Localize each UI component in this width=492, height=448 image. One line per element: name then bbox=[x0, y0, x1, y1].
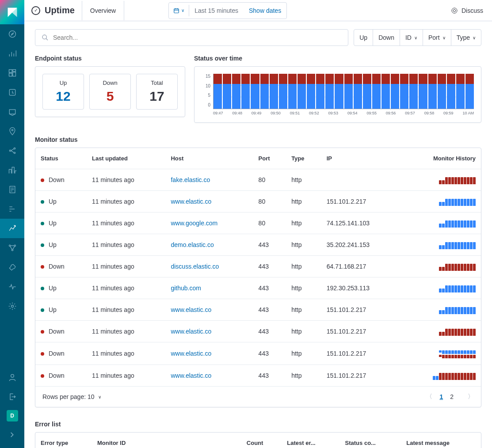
visualize-icon[interactable] bbox=[0, 44, 24, 63]
collapse-icon[interactable] bbox=[0, 425, 24, 444]
col-port[interactable]: Port bbox=[253, 148, 286, 169]
discuss-link[interactable]: Discuss bbox=[451, 7, 492, 14]
logs-icon[interactable] bbox=[0, 180, 24, 199]
host-link[interactable]: github.com bbox=[171, 285, 201, 292]
logout-icon[interactable] bbox=[0, 387, 24, 406]
space-avatar[interactable]: D bbox=[7, 410, 18, 421]
host-link[interactable]: www.elastic.co bbox=[171, 350, 211, 357]
user-icon[interactable] bbox=[0, 368, 24, 387]
svg-rect-3 bbox=[12, 72, 15, 76]
monitoring-icon[interactable] bbox=[0, 277, 24, 296]
stat-down: Down 5 bbox=[89, 74, 131, 110]
host-link[interactable]: www.google.com bbox=[171, 220, 217, 227]
filter-group: Up Down ID∨ Port∨ Type∨ bbox=[354, 29, 481, 46]
endpoint-status-panel: Up 12 Down 5 Total 17 bbox=[35, 66, 185, 117]
timelion-icon[interactable] bbox=[0, 83, 24, 102]
col-latest-error[interactable]: Latest er... bbox=[282, 433, 339, 448]
sidebar: D bbox=[0, 0, 24, 448]
col-count[interactable]: Count bbox=[241, 433, 282, 448]
table-row[interactable]: Up11 minutes agogithub.com443http192.30.… bbox=[35, 277, 481, 299]
page-next[interactable]: 〉 bbox=[468, 393, 474, 401]
table-row[interactable]: Down11 minutes agofake.elastic.co80http bbox=[35, 169, 481, 191]
filter-down[interactable]: Down bbox=[373, 30, 400, 46]
col-status[interactable]: Status bbox=[35, 148, 87, 169]
host-link[interactable]: demo.elastic.co bbox=[171, 241, 214, 248]
discover-icon[interactable] bbox=[0, 24, 24, 44]
monitor-table: Status Last updated Host Port Type IP Mo… bbox=[35, 148, 481, 386]
uptime-icon[interactable] bbox=[0, 219, 24, 238]
management-icon[interactable] bbox=[0, 296, 24, 316]
svg-point-10 bbox=[14, 152, 15, 153]
host-link[interactable]: fake.elastic.co bbox=[171, 176, 210, 183]
status-dot bbox=[41, 330, 44, 334]
ml-icon[interactable] bbox=[0, 141, 24, 160]
svg-point-18 bbox=[452, 8, 457, 13]
status-dot bbox=[41, 265, 44, 269]
maps-icon[interactable] bbox=[0, 121, 24, 141]
canvas-icon[interactable] bbox=[0, 102, 24, 121]
col-host[interactable]: Host bbox=[165, 148, 253, 169]
uptime-check-icon: ✓ bbox=[31, 6, 40, 15]
col-status-code[interactable]: Status co... bbox=[340, 433, 401, 448]
show-dates-link[interactable]: Show dates bbox=[244, 4, 286, 17]
sparkline bbox=[407, 349, 476, 358]
host-link[interactable]: www.elastic.co bbox=[171, 198, 211, 205]
status-dot bbox=[41, 287, 44, 290]
table-row[interactable]: Down11 minutes agowww.elastic.co443http1… bbox=[35, 342, 481, 365]
svg-point-16 bbox=[11, 374, 14, 377]
page-2[interactable]: 2 bbox=[450, 393, 454, 400]
svg-point-14 bbox=[11, 249, 13, 251]
kibana-logo[interactable] bbox=[0, 0, 24, 24]
sparkline bbox=[407, 305, 476, 314]
col-monitor-id[interactable]: Monitor ID bbox=[92, 433, 241, 448]
time-range-label: Last 15 minutes bbox=[189, 4, 244, 17]
host-link[interactable]: www.elastic.co bbox=[171, 306, 211, 313]
filter-up[interactable]: Up bbox=[354, 30, 373, 46]
col-updated[interactable]: Last updated bbox=[87, 148, 165, 169]
col-ip[interactable]: IP bbox=[321, 148, 401, 169]
sparkline bbox=[407, 240, 476, 249]
table-row[interactable]: Up11 minutes agodemo.elastic.co443http35… bbox=[35, 234, 481, 256]
infrastructure-icon[interactable] bbox=[0, 160, 24, 180]
chart-bars bbox=[213, 74, 474, 109]
status-dot bbox=[41, 178, 44, 182]
apm-icon[interactable] bbox=[0, 199, 24, 219]
table-row[interactable]: Up11 minutes agowww.google.com80http74.1… bbox=[35, 213, 481, 234]
host-link[interactable]: discuss.elastic.co bbox=[171, 263, 219, 270]
sparkline bbox=[407, 262, 476, 271]
col-type[interactable]: Type bbox=[286, 148, 321, 169]
page-prev[interactable]: 〈 bbox=[426, 393, 432, 401]
devtools-icon[interactable] bbox=[0, 258, 24, 277]
filter-type[interactable]: Type∨ bbox=[451, 30, 481, 46]
table-row[interactable]: Down11 minutes agodiscuss.elastic.co443h… bbox=[35, 256, 481, 277]
col-history[interactable]: Monitor History bbox=[401, 148, 481, 169]
filter-id[interactable]: ID∨ bbox=[400, 30, 423, 46]
filter-port[interactable]: Port∨ bbox=[423, 30, 451, 46]
status-dot bbox=[41, 222, 44, 225]
rows-per-page[interactable]: Rows per page: 10 ∨ bbox=[42, 393, 101, 400]
col-error-type[interactable]: Error type bbox=[35, 433, 92, 448]
stat-total: Total 17 bbox=[136, 74, 178, 110]
host-link[interactable]: www.elastic.co bbox=[171, 328, 211, 335]
table-row[interactable]: Up11 minutes agowww.elastic.co80http151.… bbox=[35, 191, 481, 213]
host-link[interactable]: www.elastic.co bbox=[171, 372, 211, 379]
sparkline bbox=[407, 371, 476, 380]
svg-point-0 bbox=[9, 31, 15, 38]
status-over-time-title: Status over time bbox=[194, 55, 481, 62]
svg-rect-1 bbox=[9, 70, 12, 73]
svg-rect-2 bbox=[12, 70, 15, 72]
page-1[interactable]: 1 bbox=[439, 393, 443, 400]
sparkline bbox=[407, 327, 476, 336]
tab-overview[interactable]: Overview bbox=[82, 1, 124, 20]
page-title: Uptime bbox=[45, 5, 75, 15]
time-picker[interactable]: ∨ Last 15 minutes Show dates bbox=[168, 2, 287, 19]
search-input[interactable] bbox=[53, 34, 342, 41]
calendar-icon[interactable]: ∨ bbox=[169, 5, 189, 16]
table-row[interactable]: Up11 minutes agowww.elastic.co443http151… bbox=[35, 299, 481, 321]
table-row[interactable]: Down11 minutes agowww.elastic.co443http1… bbox=[35, 321, 481, 342]
graph-icon[interactable] bbox=[0, 238, 24, 258]
search-box[interactable] bbox=[35, 29, 348, 46]
col-latest-message[interactable]: Latest message bbox=[401, 433, 481, 448]
table-row[interactable]: Down11 minutes agowww.elastic.co443http1… bbox=[35, 365, 481, 387]
dashboard-icon[interactable] bbox=[0, 63, 24, 83]
